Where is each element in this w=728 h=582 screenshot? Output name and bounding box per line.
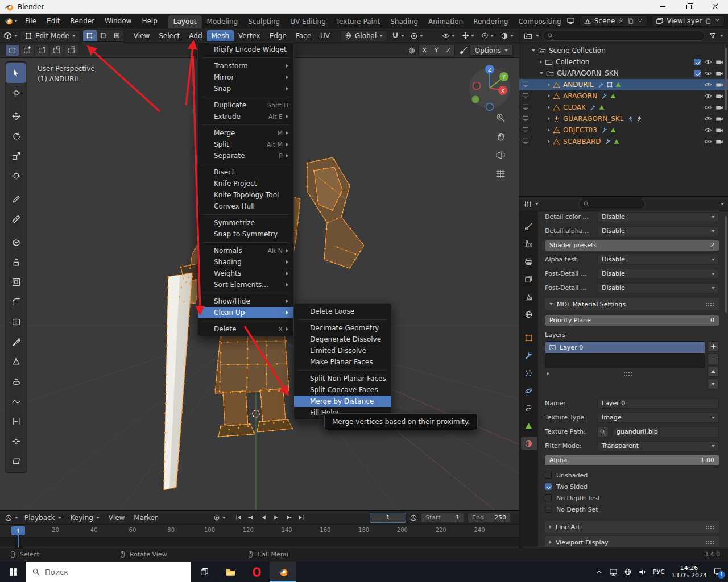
filter-mode-dropdown[interactable]: Transparent xyxy=(597,441,719,451)
add-workspace-icon[interactable] xyxy=(566,16,575,25)
workspace-tab-animation[interactable]: Animation xyxy=(423,15,468,28)
frame-start-field[interactable]: Start 1 xyxy=(421,513,464,523)
layer-list-item[interactable]: Layer 0 xyxy=(545,342,705,353)
tab-modifiers[interactable] xyxy=(521,348,537,362)
panel-grip-icon[interactable] xyxy=(705,302,714,306)
tool-spin[interactable] xyxy=(6,372,26,392)
workspace-tab-modeling[interactable]: Modeling xyxy=(202,15,243,28)
header-menu-uv[interactable]: UV xyxy=(316,30,334,41)
mesh-menu-item-knife-topology-tool[interactable]: Knife Topology Tool xyxy=(198,189,293,201)
no-depth-test-checkbox[interactable] xyxy=(545,494,552,501)
edge-select-mode-button[interactable] xyxy=(97,30,110,41)
disable-render-icon[interactable] xyxy=(715,115,723,123)
mesh-menu-item-extrude[interactable]: ExtrudeAlt E xyxy=(198,111,293,122)
layer-listbox[interactable]: Layer 0 xyxy=(545,341,705,368)
mirror-axis-x-button[interactable]: X xyxy=(419,45,431,56)
restore-button[interactable] xyxy=(676,0,702,14)
menu-window[interactable]: Window xyxy=(100,15,136,27)
close-button[interactable] xyxy=(702,0,728,14)
header-menu-edge[interactable]: Edge xyxy=(265,30,291,41)
tab-material[interactable] xyxy=(521,436,537,450)
propcirc-icon[interactable] xyxy=(410,32,418,40)
pan-button[interactable] xyxy=(495,131,506,143)
play-reverse-button[interactable] xyxy=(258,512,270,523)
select-extend-mode-button[interactable] xyxy=(20,45,34,56)
display-tray-icon[interactable] xyxy=(609,568,618,576)
mesh-menu-item-convex-hull[interactable]: Convex Hull xyxy=(198,201,293,212)
tool-move[interactable] xyxy=(6,106,26,126)
play-button[interactable] xyxy=(271,512,282,523)
outliner-editor-icon[interactable] xyxy=(524,31,532,40)
move-layer-down-button[interactable] xyxy=(708,379,719,389)
pin-icon[interactable] xyxy=(618,18,624,24)
blender-menu-icon[interactable] xyxy=(3,16,13,26)
outliner-row-guaragorn-skn[interactable]: GUARAGORN_SKN xyxy=(519,68,728,79)
mesh-menu-item-duplicate[interactable]: DuplicateShift D xyxy=(198,99,293,111)
mesh-menu-item-symmetrize[interactable]: Symmetrize xyxy=(198,217,293,228)
mesh-menu-item-normals[interactable]: NormalsAlt N xyxy=(198,245,293,256)
object-visibility-icon[interactable] xyxy=(442,32,450,40)
outliner-row-scabbard[interactable]: SCABBARD xyxy=(519,136,728,147)
tool-icon[interactable] xyxy=(460,47,468,55)
panel-grip-icon[interactable] xyxy=(705,541,714,544)
post-detail-dropdown[interactable]: Disable xyxy=(597,283,719,293)
tool-loop-cut[interactable] xyxy=(6,312,26,332)
tool-smooth[interactable] xyxy=(6,392,26,411)
proportional-edit-icon[interactable] xyxy=(410,32,418,40)
cleanup-menu-item-split-concave-faces[interactable]: Split Concave Faces xyxy=(294,384,391,396)
tool-add-cube[interactable] xyxy=(6,232,26,252)
playhead-line[interactable] xyxy=(18,535,19,547)
tab-output[interactable] xyxy=(521,255,537,268)
select-subtract-mode-button[interactable] xyxy=(35,45,48,56)
header-menu-select[interactable]: Select xyxy=(154,30,184,41)
move-layer-up-button[interactable] xyxy=(708,366,719,377)
disable-render-icon[interactable] xyxy=(715,81,723,89)
alpha-slider[interactable]: Alpha 1.00 xyxy=(545,455,719,465)
outliner-row-anduril[interactable]: ANDURIL xyxy=(519,79,728,90)
tab-object[interactable] xyxy=(521,331,537,344)
hide-viewport-icon[interactable] xyxy=(704,81,712,89)
outliner-search-input[interactable] xyxy=(543,31,705,41)
timeline-tracks[interactable] xyxy=(0,537,519,547)
mesh-menu-item-separate[interactable]: SeparateP xyxy=(198,150,293,161)
task-view-button[interactable] xyxy=(191,562,217,582)
file-explorer-button[interactable] xyxy=(217,562,243,582)
timeline-editor-icon[interactable] xyxy=(5,514,13,522)
hide-viewport-icon[interactable] xyxy=(704,126,712,134)
mirror-axis-z-button[interactable]: Z xyxy=(442,45,454,56)
texture-path-field[interactable]: guanduril.blp xyxy=(612,427,719,437)
blender-taskbar-button[interactable] xyxy=(270,562,296,582)
timeline-menu-view[interactable]: View xyxy=(105,512,129,523)
auto-key-icon[interactable] xyxy=(213,514,221,522)
tool-box-select[interactable] xyxy=(6,63,26,83)
toggle-ortho-button[interactable] xyxy=(495,169,506,181)
mesh-menu-item-show-hide[interactable]: Show/Hide xyxy=(198,296,293,307)
workspace-tab-rendering[interactable]: Rendering xyxy=(468,15,513,28)
tool-measure[interactable] xyxy=(6,209,26,229)
filter-funnel-icon[interactable] xyxy=(709,32,717,40)
layer-grip-icon[interactable] xyxy=(623,372,632,376)
tray-expand-icon[interactable] xyxy=(595,568,603,576)
disclosure-expanded-icon[interactable] xyxy=(540,72,543,74)
camera-view-button[interactable] xyxy=(495,150,506,162)
unlink-scene-icon[interactable] xyxy=(637,18,643,24)
workspace-tab-shading[interactable]: Shading xyxy=(385,15,423,28)
gizmos-icon[interactable] xyxy=(462,32,469,39)
mesh-menu-item-merge[interactable]: MergeM xyxy=(198,127,293,139)
disable-render-icon[interactable] xyxy=(715,92,723,100)
header-menu-face[interactable]: Face xyxy=(291,30,316,41)
editor-type-icon[interactable] xyxy=(3,31,12,40)
tab-physics[interactable] xyxy=(521,384,537,397)
hide-viewport-icon[interactable] xyxy=(704,103,712,111)
collection-checkbox[interactable] xyxy=(694,59,701,65)
next-keyframe-button[interactable] xyxy=(283,512,295,523)
tool-annotate[interactable] xyxy=(6,189,26,209)
menu-render[interactable]: Render xyxy=(65,15,100,27)
hide-viewport-icon[interactable] xyxy=(704,58,712,66)
disable-render-icon[interactable] xyxy=(715,58,723,66)
gizmos-icon[interactable] xyxy=(462,32,469,39)
previous-keyframe-button[interactable] xyxy=(246,512,257,523)
timeline-menu-keying[interactable]: Keying xyxy=(67,512,104,523)
outliner-row-aragorn[interactable]: ARAGORN xyxy=(519,90,728,102)
mode-selector[interactable]: Edit Mode xyxy=(20,30,80,41)
